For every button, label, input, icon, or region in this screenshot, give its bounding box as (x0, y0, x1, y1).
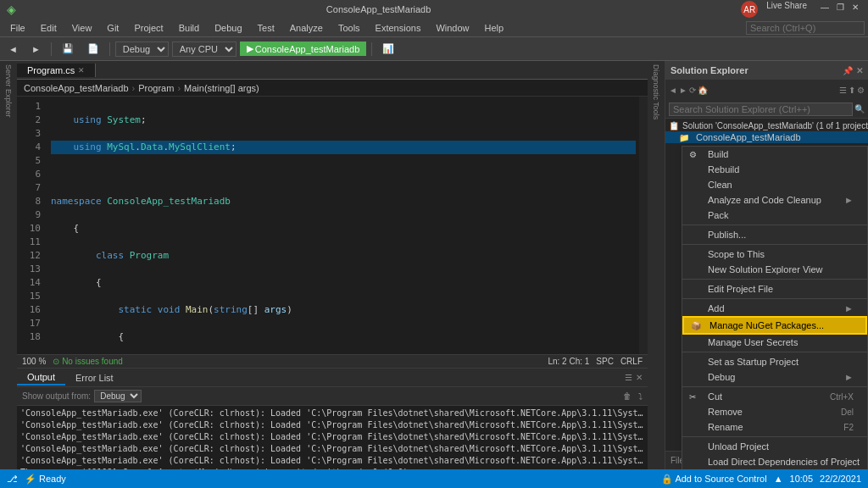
new-btn[interactable]: 📄 (82, 42, 104, 56)
se-forward-icon[interactable]: ► (679, 86, 687, 95)
save-btn[interactable]: 💾 (57, 42, 79, 56)
ctx-clean[interactable]: Clean (682, 177, 867, 192)
se-home-icon[interactable]: 🏠 (698, 86, 708, 95)
run-btn[interactable]: ▶ ConsoleApp_testMariadb (240, 42, 367, 56)
breadcrumb-part3[interactable]: Main(string[] args) (184, 83, 259, 93)
rename-shortcut: F2 (843, 423, 854, 432)
search-input[interactable] (746, 21, 865, 35)
output-source-dropdown[interactable]: Debug (94, 390, 142, 402)
close-btn[interactable]: ✕ (849, 1, 861, 13)
ctx-load-direct-label: Load Direct Dependencies of Project (708, 457, 860, 467)
solution-search-input[interactable] (669, 103, 853, 116)
se-settings-icon[interactable]: ⚙ (857, 86, 865, 95)
ctx-build[interactable]: ⚙ Build (682, 147, 867, 162)
user-avatar[interactable]: AR (741, 1, 758, 18)
pin-icon[interactable]: 📌 (843, 66, 853, 75)
cut-icon: ✂ (689, 392, 703, 402)
menu-extensions[interactable]: Extensions (369, 21, 428, 35)
remove-shortcut: Del (841, 408, 854, 417)
app-window: ◈ ConsoleApp_testMariadb AR Live Share —… (0, 0, 868, 488)
ctx-new-view[interactable]: New Solution Explorer View (682, 262, 867, 277)
zoom-bar: 100 % ⊙ No issues found Ln: 2 Ch: 1 SPC … (17, 354, 648, 368)
menu-help[interactable]: Help (478, 21, 511, 35)
ctx-sep7 (682, 436, 867, 437)
ctx-sep4 (682, 298, 867, 299)
ctx-add[interactable]: Add ► (682, 301, 867, 316)
code-content[interactable]: using System; using MySql.Data.MySqlClie… (47, 97, 639, 354)
ctx-rebuild[interactable]: Rebuild (682, 162, 867, 177)
ctx-pack-label: Pack (708, 210, 728, 220)
menu-build[interactable]: Build (172, 21, 206, 35)
search-icon[interactable]: 🔍 (854, 104, 865, 114)
zoom-level[interactable]: 100 % (22, 357, 46, 366)
clear-output-icon[interactable]: 🗑 (623, 391, 632, 401)
tab-output[interactable]: Output (17, 370, 65, 385)
ctx-rename-label: Rename (708, 422, 743, 432)
tree-project[interactable]: 📁 ConsoleApp_testMariadb (665, 131, 868, 143)
ctx-analyze[interactable]: Analyze and Code Cleanup ► (682, 192, 867, 208)
ctx-rename[interactable]: Rename F2 (682, 419, 867, 435)
menu-window[interactable]: Window (429, 21, 476, 35)
menu-file[interactable]: File (3, 21, 32, 35)
ctx-manage-nuget[interactable]: 📦 Manage NuGet Packages... (682, 316, 867, 335)
se-filter-icon[interactable]: ☰ (839, 86, 847, 95)
tab-close-icon[interactable]: ✕ (78, 66, 85, 75)
breadcrumb-part1[interactable]: ConsoleApp_testMariadb (24, 83, 129, 93)
git-branch-icon[interactable]: ⎇ (7, 474, 18, 485)
menu-edit[interactable]: Edit (34, 21, 64, 35)
solution-explorer-header: Solution Explorer 📌 ✕ (665, 61, 868, 80)
ctx-edit-project[interactable]: Edit Project File (682, 281, 867, 297)
status-bar-right: 🔒 Add to Source Control ▲ 10:05 22/2/202… (661, 474, 861, 485)
maximize-btn[interactable]: ❐ (834, 1, 846, 13)
se-sync-icon[interactable]: ⟳ (689, 86, 696, 95)
code-editor[interactable]: 1 2 3 4 5 6 7 8 9 10 11 12 13 14 15 16 1 (17, 97, 648, 354)
output-line-1: 'ConsoleApp_testMariadb.exe' (CoreCLR: c… (20, 408, 644, 419)
notifications-icon[interactable]: ▲ (774, 474, 783, 484)
ctx-load-direct[interactable]: Load Direct Dependencies of Project (682, 454, 867, 469)
menu-debug[interactable]: Debug (208, 21, 248, 35)
se-collapse-icon[interactable]: ⬆ (849, 86, 855, 95)
diagnostic-tools-label[interactable]: Diagnostic Tools (650, 61, 662, 123)
word-wrap-icon[interactable]: ⤵ (638, 391, 643, 401)
live-share-btn[interactable]: Live Share (766, 1, 807, 18)
status-bar-left: ⎇ ⚡ Ready (7, 474, 66, 485)
ctx-cut[interactable]: ✂ Cut Ctrl+X (682, 389, 867, 404)
ctx-pack[interactable]: Pack (682, 208, 867, 223)
se-close-icon[interactable]: ✕ (856, 66, 863, 75)
breadcrumb-part2[interactable]: Program (138, 83, 174, 93)
server-icon[interactable]: Server Explorer (4, 64, 13, 118)
menu-analyze[interactable]: Analyze (283, 21, 330, 35)
ctx-manage-secrets[interactable]: Manage User Secrets (682, 335, 867, 350)
output-tools-icon[interactable]: ☰ (625, 373, 632, 382)
menu-project[interactable]: Project (127, 21, 170, 35)
ctx-remove[interactable]: Remove Del (682, 404, 867, 419)
minimize-btn[interactable]: — (819, 1, 831, 13)
encoding-label: SPC (596, 357, 614, 366)
menu-test[interactable]: Test (251, 21, 281, 35)
ctx-debug-label: Debug (708, 372, 735, 382)
ctx-scope[interactable]: Scope to This (682, 247, 867, 262)
forward-btn[interactable]: ► (26, 42, 46, 56)
ctx-debug[interactable]: Debug ► (682, 369, 867, 385)
source-control-btn[interactable]: 🔒 Add to Source Control (661, 474, 767, 485)
tab-program-cs[interactable]: Program.cs ✕ (17, 64, 96, 77)
back-btn[interactable]: ◄ (3, 42, 23, 56)
output-tab-bar: Output Error List ☰ ✕ (17, 369, 648, 387)
output-close-icon[interactable]: ✕ (636, 373, 643, 382)
menu-view[interactable]: View (65, 21, 99, 35)
menu-git[interactable]: Git (100, 21, 125, 35)
ctx-publish[interactable]: Publish... (682, 227, 867, 242)
tab-error-list[interactable]: Error List (65, 371, 124, 385)
middle-layout: Server Explorer Program.cs ✕ ConsoleApp_… (0, 61, 868, 469)
date-display: 22/2/2021 (820, 474, 861, 484)
config-dropdown[interactable]: Debug (115, 42, 169, 57)
menu-bar: File Edit View Git Project Build Debug T… (0, 19, 868, 37)
ctx-set-startup[interactable]: Set as Startup Project (682, 354, 867, 369)
platform-dropdown[interactable]: Any CPU (172, 42, 236, 57)
menu-tools[interactable]: Tools (331, 21, 367, 35)
se-back-icon[interactable]: ◄ (669, 86, 677, 95)
editor-scrollbar[interactable] (639, 97, 648, 354)
tree-solution[interactable]: 📋 Solution 'ConsoleApp_testMariadb' (1 o… (665, 120, 868, 131)
diagnostics-btn[interactable]: 📊 (377, 42, 399, 56)
ctx-unload[interactable]: Unload Project (682, 439, 867, 454)
